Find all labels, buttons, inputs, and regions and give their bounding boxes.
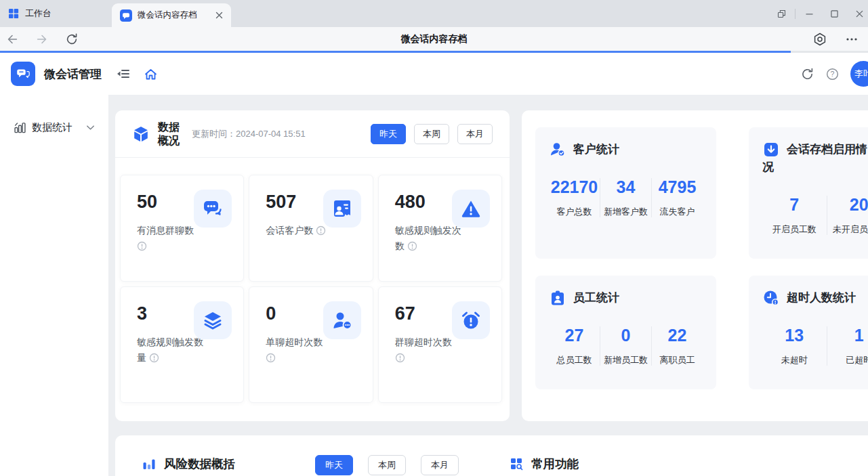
overview-updated-time: 更新时间：2024-07-04 15:51 bbox=[192, 128, 306, 140]
risk-section-header: 风险数据概括 bbox=[142, 456, 235, 472]
window-maximize-icon[interactable] bbox=[828, 7, 840, 20]
window-restore-icon[interactable] bbox=[775, 7, 787, 20]
sidebar-item-data-stats[interactable]: 数据统计 bbox=[0, 116, 108, 138]
info-icon[interactable] bbox=[137, 241, 147, 251]
metric: 22 离职员工 bbox=[652, 326, 703, 366]
refresh-icon[interactable] bbox=[800, 67, 814, 81]
page-title: 微会话内容存档 bbox=[0, 27, 868, 51]
collapse-menu-icon[interactable] bbox=[117, 67, 130, 81]
employee-badge-icon bbox=[549, 289, 566, 307]
clock-alert-icon bbox=[762, 289, 780, 307]
chat-app-icon bbox=[120, 9, 132, 22]
stat-label: 单聊超时次数 bbox=[266, 334, 333, 366]
window-minimize-icon[interactable] bbox=[803, 7, 815, 20]
archive-enabled-header: 会话存档启用情况 bbox=[762, 141, 868, 176]
metric: 4795 流失客户 bbox=[652, 177, 703, 218]
quick-section-title: 常用功能 bbox=[531, 456, 579, 472]
stat-card-single-chat-timeout: 0 单聊超时次数 bbox=[249, 286, 373, 403]
info-icon[interactable] bbox=[149, 353, 159, 363]
metric: 22170 客户总数 bbox=[549, 177, 600, 218]
tab-close-icon[interactable] bbox=[215, 12, 223, 19]
browser-navbar: 微会话内容存档 bbox=[0, 27, 868, 53]
window-controls bbox=[775, 0, 868, 27]
window-titlebar: 工作台 微会话内容存档 bbox=[0, 0, 868, 27]
bottom-sections: 风险数据概括 昨天 本周 本月 常用功能 bbox=[115, 435, 868, 476]
stat-card-group-chats: 50 有消息群聊数 bbox=[120, 175, 244, 282]
quick-section-header: 常用功能 bbox=[510, 456, 579, 472]
stat-label: 敏感规则触发数量 bbox=[137, 334, 205, 366]
metric: 34 新增客户数 bbox=[600, 177, 651, 218]
filter-month-button[interactable]: 本月 bbox=[457, 124, 493, 144]
bar-chart-icon bbox=[14, 121, 26, 134]
overview-filters: 昨天 本周 本月 bbox=[371, 124, 493, 144]
tab-archive[interactable]: 微会话内容存档 bbox=[112, 3, 231, 27]
workbench-button[interactable]: 工作台 bbox=[8, 0, 51, 27]
stat-label: 有消息群聊数 bbox=[137, 223, 205, 254]
stat-card-session-customers: 507 会话客户数 bbox=[249, 175, 373, 282]
chat-bubbles-icon bbox=[194, 190, 232, 228]
app-header: 微会话管理 ? 李叶 bbox=[0, 53, 868, 95]
employee-stats-header: 员工统计 bbox=[549, 289, 703, 307]
overview-panel: 数据概况 更新时间：2024-07-04 15:51 昨天 本周 本月 50 有… bbox=[115, 110, 510, 421]
risk-filter-month-button[interactable]: 本月 bbox=[421, 455, 459, 475]
person-chat-icon bbox=[323, 301, 361, 339]
avatar[interactable]: 李叶 bbox=[850, 61, 868, 87]
window-close-icon[interactable] bbox=[853, 7, 865, 20]
customer-stats-card: 客户统计 22170 客户总数 34 新增客户数 4795 流失客户 bbox=[535, 127, 716, 259]
metric: 0 新增员工数 bbox=[600, 326, 651, 366]
home-icon[interactable] bbox=[144, 67, 158, 81]
risk-filter-week-button[interactable]: 本周 bbox=[368, 455, 406, 475]
window-controls-separator bbox=[795, 9, 795, 19]
settings-icon[interactable] bbox=[812, 32, 827, 47]
workbench-grid-icon bbox=[8, 8, 19, 19]
risk-filter-yesterday-button[interactable]: 昨天 bbox=[315, 455, 353, 475]
info-icon[interactable] bbox=[395, 353, 405, 363]
layers-icon bbox=[194, 301, 232, 339]
svg-text:?: ? bbox=[831, 70, 835, 78]
metric: 13 未超时 bbox=[762, 326, 827, 366]
info-icon[interactable] bbox=[266, 353, 276, 363]
quick-grid-search-icon bbox=[510, 457, 523, 471]
stat-card-sensitive-triggers: 480 敏感规则触发次数 bbox=[378, 175, 502, 282]
customer-metrics: 22170 客户总数 34 新增客户数 4795 流失客户 bbox=[549, 177, 703, 218]
warning-triangle-icon bbox=[452, 190, 490, 228]
contact-card-icon bbox=[323, 190, 361, 228]
employee-metrics: 27 总员工数 0 新增员工数 22 离职员工 bbox=[549, 326, 703, 366]
metric: 20 未开启员工数 bbox=[827, 195, 868, 236]
alarm-icon bbox=[452, 301, 490, 339]
metric: 7 开启员工数 bbox=[762, 195, 827, 236]
timeout-metrics: 13 未超时 1 已超时 bbox=[762, 326, 868, 366]
app-title: 微会话管理 bbox=[44, 66, 102, 82]
risk-bar-chart-icon bbox=[142, 457, 156, 471]
sidebar-item-label: 数据统计 bbox=[32, 121, 73, 134]
overview-cards: 50 有消息群聊数 507 会话客户数 480 敏感规则触发次数 bbox=[115, 158, 510, 403]
info-icon[interactable] bbox=[407, 241, 417, 251]
customer-check-icon bbox=[549, 141, 566, 158]
filter-yesterday-button[interactable]: 昨天 bbox=[371, 124, 406, 144]
overview-header: 数据概况 更新时间：2024-07-04 15:51 昨天 本周 本月 bbox=[115, 110, 510, 158]
timeout-stats-card: 超时人数统计 13 未超时 1 已超时 bbox=[749, 276, 868, 389]
risk-filters: 昨天 本周 本月 bbox=[315, 455, 459, 475]
statistics-panel: 客户统计 22170 客户总数 34 新增客户数 4795 流失客户 bbox=[522, 110, 868, 421]
cube-icon bbox=[132, 125, 150, 143]
archive-download-icon bbox=[762, 141, 780, 158]
filter-week-button[interactable]: 本周 bbox=[414, 124, 449, 144]
sidebar: 数据统计 bbox=[0, 95, 108, 476]
stat-card-sensitive-rules: 3 敏感规则触发数量 bbox=[120, 286, 244, 403]
stat-card-group-chat-timeout: 67 群聊超时次数 bbox=[378, 286, 502, 403]
info-icon[interactable] bbox=[316, 225, 326, 236]
chevron-down-icon[interactable] bbox=[85, 123, 96, 133]
tab-title: 微会话内容存档 bbox=[138, 9, 197, 21]
app-logo-chat-icon bbox=[11, 62, 35, 86]
archive-metrics: 7 开启员工数 20 未开启员工数 bbox=[762, 195, 868, 236]
help-icon[interactable]: ? bbox=[825, 67, 840, 81]
more-menu-icon[interactable] bbox=[845, 33, 859, 46]
timeout-stats-header: 超时人数统计 bbox=[762, 289, 868, 307]
employee-stats-card: 员工统计 27 总员工数 0 新增员工数 22 离职员工 bbox=[535, 276, 716, 389]
workbench-label: 工作台 bbox=[25, 7, 51, 20]
archive-enabled-card: 会话存档启用情况 7 开启员工数 20 未开启员工数 bbox=[749, 127, 868, 259]
stat-label: 敏感规则触发次数 bbox=[395, 223, 463, 254]
risk-section-title: 风险数据概括 bbox=[164, 456, 235, 472]
metric: 27 总员工数 bbox=[549, 326, 600, 366]
stat-label: 群聊超时次数 bbox=[395, 334, 463, 366]
